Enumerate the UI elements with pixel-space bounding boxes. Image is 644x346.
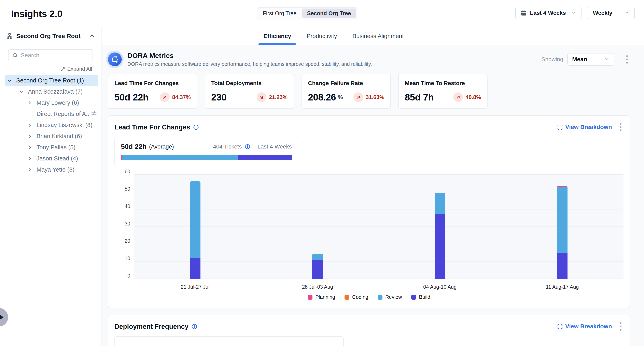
- granularity-select[interactable]: Weekly: [588, 7, 635, 19]
- info-icon[interactable]: [245, 144, 250, 150]
- chevron-down-icon: [571, 10, 576, 16]
- y-axis-tick: 40: [124, 203, 130, 209]
- y-axis-tick: 0: [128, 273, 130, 279]
- chevron-right-icon[interactable]: [27, 145, 33, 150]
- chevron-right-icon[interactable]: [27, 123, 33, 128]
- tree-item-jason-stead-4[interactable]: Jason Stead (4): [5, 153, 98, 164]
- x-axis-label: 28 Jul-03 Aug: [302, 284, 333, 290]
- insights-dashboard: Insights 2.0 First Org TreeSecond Org Tr…: [0, 0, 644, 346]
- tab-productivity[interactable]: Productivity: [305, 27, 338, 45]
- app-header: Insights 2.0 First Org TreeSecond Org Tr…: [0, 0, 644, 27]
- trend-badge: 40.8%: [453, 92, 481, 102]
- trend-arrow-up-icon: [160, 92, 170, 102]
- dora-title: DORA Metrics: [128, 52, 372, 60]
- chevron-right-icon[interactable]: [27, 134, 33, 139]
- info-icon[interactable]: [191, 324, 198, 330]
- tree-item-mary-lowery-6[interactable]: Mary Lowery (6): [5, 97, 98, 108]
- legend-item-build[interactable]: Build: [411, 294, 430, 300]
- chevron-down-icon: [624, 10, 630, 16]
- chevron-down-icon[interactable]: [6, 78, 12, 83]
- org-tree-icon: [6, 33, 13, 39]
- tree-item-lindsay-liszewski-8[interactable]: Lindsay Liszewski (8): [5, 120, 98, 131]
- page-title: Insights 2.0: [11, 8, 62, 19]
- aggregation-value: Mean: [572, 56, 587, 63]
- legend-item-review[interactable]: Review: [378, 294, 402, 300]
- metric-value: 85d 7h: [405, 92, 434, 103]
- org-tree-toggle-option[interactable]: First Org Tree: [258, 8, 302, 18]
- tree-item-label: Brian Kirkland (6): [36, 133, 82, 140]
- tab-efficiency[interactable]: Efficiency: [262, 27, 292, 45]
- stacked-bar-28-jul-03-aug[interactable]: [312, 254, 323, 279]
- stacked-bar-21-jul-27-jul[interactable]: [190, 181, 200, 279]
- phase-segment-planning: [121, 155, 122, 160]
- date-range-select[interactable]: Last 4 Weeks: [515, 7, 582, 19]
- summary-period: Last 4 Weeks: [258, 144, 292, 150]
- org-tree-toggle-option[interactable]: Second Org Tree: [302, 8, 356, 18]
- legend-item-planning[interactable]: Planning: [308, 294, 335, 300]
- chart-plot-area: 0102030405060: [134, 174, 624, 279]
- sidebar-search[interactable]: [8, 49, 93, 61]
- lead-time-panel-header: Lead Time For Changes View Breakdown: [114, 122, 624, 133]
- x-axis-label: 11 Aug-17 Aug: [546, 284, 579, 290]
- summary-meta: 404 Tickets | Last 4 Weeks: [213, 144, 292, 150]
- tree-item-label: Anna Scozzafava (7): [28, 88, 82, 95]
- metric-value: 50d 22h: [114, 92, 148, 103]
- tree-item-tony-pallas-5[interactable]: Tony Pallas (5): [5, 142, 98, 153]
- legend-swatch: [411, 295, 416, 300]
- expand-all-button[interactable]: Expand All: [0, 66, 92, 72]
- legend-label: Build: [419, 294, 430, 300]
- metric-card-mean-time-to-restore: Mean Time To Restore85d 7h40.8%: [398, 74, 488, 109]
- tree-item-direct-reports-of-a[interactable]: Direct Reports of A...: [5, 108, 98, 120]
- metric-card-title: Mean Time To Restore: [405, 80, 481, 86]
- bar-segment-build: [434, 214, 445, 279]
- legend-label: Review: [385, 294, 402, 300]
- info-icon[interactable]: [193, 124, 199, 130]
- deployment-frequency-kebab-menu[interactable]: [618, 321, 624, 332]
- y-axis-tick: 10: [124, 255, 130, 261]
- legend-swatch: [378, 295, 382, 300]
- x-axis-label: 21 Jul-27 Jul: [181, 284, 210, 290]
- content-scroll-area: DORA Metrics DORA metrics measure softwa…: [102, 46, 644, 346]
- tree-item-brian-kirkland-6[interactable]: Brian Kirkland (6): [5, 131, 98, 142]
- bar-segment-review: [190, 181, 200, 258]
- trend-badge: 84.37%: [160, 92, 191, 102]
- chart-x-axis: 21 Jul-27 Jul28 Jul-03 Aug04 Aug-10 Aug1…: [134, 279, 624, 293]
- deployment-frequency-title: Deployment Frequency: [114, 323, 188, 331]
- org-tree-toggle: First Org TreeSecond Org Tree: [257, 7, 357, 19]
- sliders-icon[interactable]: [91, 110, 97, 118]
- tree-item-maya-yette-3[interactable]: Maya Yette (3): [5, 164, 98, 175]
- calendar-icon: [521, 10, 527, 16]
- search-input[interactable]: [21, 52, 89, 59]
- lead-time-kebab-menu[interactable]: [618, 122, 624, 133]
- chevron-right-icon[interactable]: [27, 156, 33, 161]
- chevron-right-icon[interactable]: [27, 167, 33, 173]
- tree-item-anna-scozzafava-7[interactable]: Anna Scozzafava (7): [5, 86, 98, 97]
- stacked-bar-11-aug-17-aug[interactable]: [557, 186, 568, 279]
- dora-kebab-menu[interactable]: [624, 54, 630, 65]
- aggregation-select[interactable]: Mean: [567, 53, 614, 66]
- legend-item-coding[interactable]: Coding: [344, 294, 368, 300]
- phase-distribution-bar: [121, 155, 292, 160]
- sidebar-root-label: Second Org Tree Root: [16, 33, 80, 39]
- lead-time-view-breakdown[interactable]: View Breakdown: [557, 124, 612, 131]
- trend-arrow-up-icon: [354, 92, 363, 102]
- phase-segment-build: [238, 155, 292, 160]
- trend-badge: 21.23%: [257, 92, 288, 102]
- deployment-frequency-view-breakdown[interactable]: View Breakdown: [557, 323, 612, 330]
- tab-business-alignment[interactable]: Business Alignment: [351, 27, 405, 45]
- bar-segment-review: [557, 187, 568, 253]
- chevron-right-icon[interactable]: [27, 100, 33, 106]
- showing-controls: Showing Mean: [542, 53, 630, 66]
- tree-item-second-org-tree-root-1[interactable]: Second Org Tree Root (1): [5, 75, 98, 86]
- tab-bar: EfficiencyProductivityBusiness Alignment: [102, 27, 644, 45]
- view-breakdown-label: View Breakdown: [565, 323, 612, 330]
- chevron-up-icon[interactable]: [89, 33, 95, 39]
- metric-cards-row: Lead Time For Changes50d 22h84.37%Total …: [108, 74, 630, 109]
- summary-average-label: (Average): [149, 144, 174, 150]
- metric-unit: %: [338, 94, 343, 100]
- bar-segment-build: [190, 258, 200, 279]
- chevron-down-icon[interactable]: [18, 89, 24, 94]
- stacked-bar-04-aug-10-aug[interactable]: [434, 193, 445, 279]
- trend-percentage: 31.63%: [366, 94, 384, 100]
- gridline: [134, 261, 624, 262]
